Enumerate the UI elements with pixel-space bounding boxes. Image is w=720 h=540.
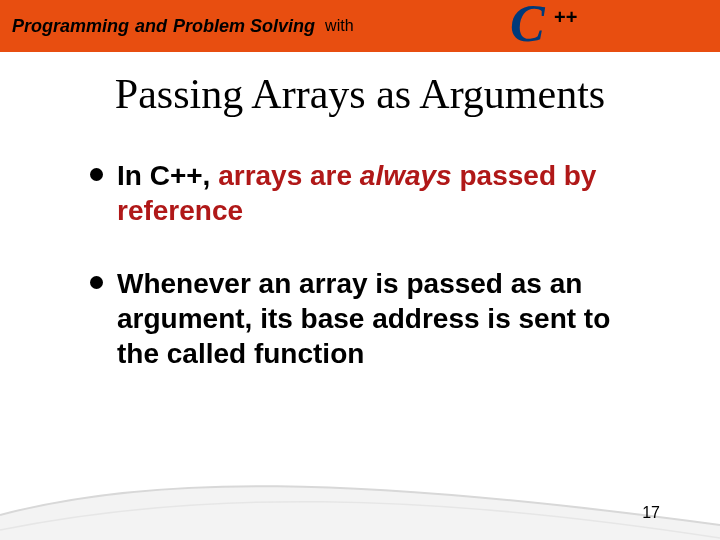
bullet1-red-italic: always	[360, 160, 452, 191]
bullet-item: Whenever an array is passed as an argume…	[90, 266, 650, 371]
cpp-logo: C ++	[510, 2, 590, 50]
header-bar: Programming and Problem Solving with C +…	[0, 0, 720, 52]
slide-content: In C++, arrays are always passed by refe…	[0, 118, 720, 371]
page-number: 17	[642, 504, 660, 522]
bullet1-red-pre: arrays are	[218, 160, 360, 191]
header-with: with	[325, 17, 353, 35]
bullet-item: In C++, arrays are always passed by refe…	[90, 158, 650, 228]
background-swoosh	[0, 420, 720, 540]
header-and: and	[135, 16, 167, 37]
slide-title: Passing Arrays as Arguments	[0, 70, 720, 118]
bullet-text-1: In C++, arrays are always passed by refe…	[117, 158, 650, 228]
logo-plus-plus: ++	[554, 6, 577, 29]
header-problem-solving: Problem Solving	[173, 16, 315, 37]
header-text: Programming and Problem Solving with	[12, 16, 354, 37]
bullet-text-2: Whenever an array is passed as an argume…	[117, 266, 650, 371]
header-programming: Programming	[12, 16, 129, 37]
bullet-dot-icon	[90, 168, 103, 181]
logo-c-letter: C	[510, 0, 545, 53]
bullet-dot-icon	[90, 276, 103, 289]
bullet1-pre: In C++,	[117, 160, 218, 191]
